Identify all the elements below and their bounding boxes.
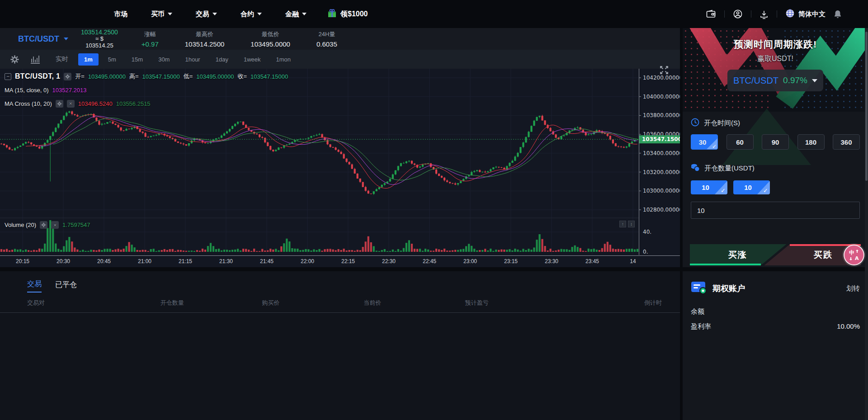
pair-selector[interactable]: BTC/USDT: [18, 34, 68, 44]
language-label: 简体中文: [798, 10, 826, 19]
amount-option-2[interactable]: 10: [733, 180, 770, 194]
series-settings-gear-icon[interactable]: [64, 73, 71, 80]
bonus-label: 领$1000: [340, 9, 368, 19]
volume-close-icon[interactable]: ×: [51, 221, 59, 229]
chevron-down-icon: [302, 13, 307, 15]
time-label: 20:15: [13, 258, 33, 264]
volume-label: Volume (20): [5, 222, 36, 228]
nav-finance[interactable]: 金融: [285, 10, 307, 19]
settings-gear-icon[interactable]: [10, 55, 19, 64]
open-label: 开=: [75, 72, 85, 80]
open-time-section: 开仓时间(S) 30 60 90 180 360: [683, 118, 868, 150]
account-icon[interactable]: [733, 9, 743, 19]
amount-option-1[interactable]: 10: [691, 180, 727, 194]
volume-legend: Volume (20) × 1.7597547: [5, 221, 90, 229]
interval-1week[interactable]: 1week: [238, 53, 267, 66]
nav-contract[interactable]: 合约: [241, 10, 262, 19]
positions-table-header: 交易对 开仓数量 购买价 当前价 预计盈亏 倒计时: [0, 299, 680, 313]
time-option-180[interactable]: 180: [797, 134, 825, 150]
promo-banner: 预测时间周期涨跌! 赢取USDT! BTC/USDT 0.97%: [683, 28, 868, 112]
open-time-label: 开仓时间(S): [704, 119, 740, 127]
time-option-60[interactable]: 60: [726, 134, 754, 150]
interval-1m[interactable]: 1m: [78, 53, 99, 66]
ma-cross-settings-gear-icon[interactable]: [56, 100, 63, 108]
nav-market[interactable]: 市场: [114, 10, 127, 19]
collapse-icon[interactable]: −: [5, 73, 11, 80]
volume-settings-gear-icon[interactable]: [40, 221, 47, 229]
col-buy-price: 购买价: [262, 299, 363, 307]
time-label: 20:45: [94, 258, 114, 264]
language-selector[interactable]: 简体中文: [785, 9, 826, 19]
legend-symbol: BTC/USDT, 1: [15, 72, 60, 80]
transfer-link[interactable]: 划转: [846, 284, 860, 293]
wallet-icon[interactable]: [706, 9, 716, 19]
svg-text:中: 中: [849, 250, 854, 256]
time-option-30[interactable]: 30: [691, 134, 718, 150]
download-icon[interactable]: [760, 9, 769, 19]
scale-up-icon[interactable]: ↑: [619, 221, 626, 227]
bell-icon[interactable]: [834, 9, 842, 19]
amount-input[interactable]: [691, 202, 860, 219]
nav-contract-label: 合约: [241, 10, 254, 19]
ma-cross-close-icon[interactable]: ×: [67, 100, 75, 108]
interval-30m[interactable]: 30m: [152, 53, 175, 66]
interval-1day[interactable]: 1day: [210, 53, 234, 66]
svg-text:40.: 40.: [643, 229, 651, 235]
ma-cross-label: MA Cross (10, 20): [5, 100, 52, 107]
chevron-down-icon: [812, 79, 817, 82]
open-time-label-row: 开仓时间(S): [691, 118, 860, 128]
tab-open-trades[interactable]: 交易: [27, 279, 42, 293]
nav-trade[interactable]: 交易: [196, 10, 217, 19]
time-option-360[interactable]: 360: [833, 134, 860, 150]
chart-toolbar: 实时 1m 5m 15m 30m 1hour 1day 1week 1mon: [0, 50, 680, 69]
col-estimated-pnl: 预计盈亏: [465, 299, 599, 307]
low-value: 103495.00000: [196, 73, 234, 80]
scrollbar[interactable]: [865, 28, 868, 420]
stat-volume-24h: 24H量0.6035: [316, 30, 337, 48]
col-amount: 开仓数量: [160, 299, 262, 307]
clock-icon: [691, 118, 699, 128]
svg-text:103400.00000: 103400.00000: [643, 150, 680, 156]
tab-closed-trades[interactable]: 已平仓: [55, 280, 77, 293]
bonus-button[interactable]: 领$1000: [327, 9, 368, 20]
stat-label: 24H量: [316, 30, 337, 38]
stat-high: 最高价103514.2500: [185, 30, 225, 48]
chevron-down-icon: [64, 38, 68, 40]
open-value: 103495.00000: [88, 73, 126, 80]
high-value: 103547.15000: [142, 73, 180, 80]
main-nav: 市场 买币 交易 合约 金融: [114, 10, 307, 19]
gift-icon: [327, 9, 337, 20]
svg-text:103800.00000: 103800.00000: [643, 112, 680, 118]
candlestick-chart: 104200.00000104000.00000103800.000001036…: [0, 69, 680, 255]
open-time-options: 30 60 90 180 360: [691, 134, 860, 150]
scale-auto-icon[interactable]: ↕: [628, 221, 635, 227]
time-label: 20:30: [53, 258, 73, 264]
indicator-chart-icon[interactable]: [30, 55, 40, 64]
positions-panel: 交易 已平仓 交易对 开仓数量 购买价 当前价 预计盈亏 倒计时: [0, 271, 680, 420]
interval-15m[interactable]: 15m: [126, 53, 149, 66]
low-label: 低=: [184, 72, 193, 80]
trading-app: 市场 买币 交易 合约 金融 领$1000 简体中文: [0, 0, 868, 420]
account-title: 期权账户: [712, 283, 745, 294]
time-axis[interactable]: 20:1520:3020:4521:0021:1521:3021:4522:00…: [0, 255, 680, 267]
chevron-down-icon: [212, 13, 217, 15]
top-nav: 市场 买币 交易 合约 金融 领$1000 简体中文: [0, 0, 868, 28]
open-amount-label-row: 开仓数量(USDT): [691, 163, 860, 173]
panel-pair-label: BTC/USDT: [733, 76, 778, 86]
interval-1hour[interactable]: 1hour: [179, 53, 206, 66]
interval-5m[interactable]: 5m: [102, 53, 122, 66]
scrollbar-thumb[interactable]: [865, 32, 868, 181]
nav-market-label: 市场: [114, 10, 127, 19]
volume-scale-buttons: ↑ ↕: [619, 221, 635, 227]
fullscreen-icon[interactable]: [658, 64, 670, 78]
translate-widget-icon[interactable]: 中A: [844, 245, 864, 265]
balance-row: 余额: [691, 307, 860, 316]
nav-buy-coin[interactable]: 买币: [151, 10, 172, 19]
options-account-panel: 期权账户 划转 余额 盈利率 10.00%: [683, 271, 868, 420]
close-value: 103547.15000: [250, 73, 288, 80]
realtime-tab[interactable]: 实时: [56, 55, 68, 63]
panel-pair-selector[interactable]: BTC/USDT 0.97%: [727, 70, 823, 91]
svg-text:103000.00000: 103000.00000: [643, 188, 680, 194]
time-option-90[interactable]: 90: [762, 134, 789, 150]
interval-1mon[interactable]: 1mon: [270, 53, 297, 66]
